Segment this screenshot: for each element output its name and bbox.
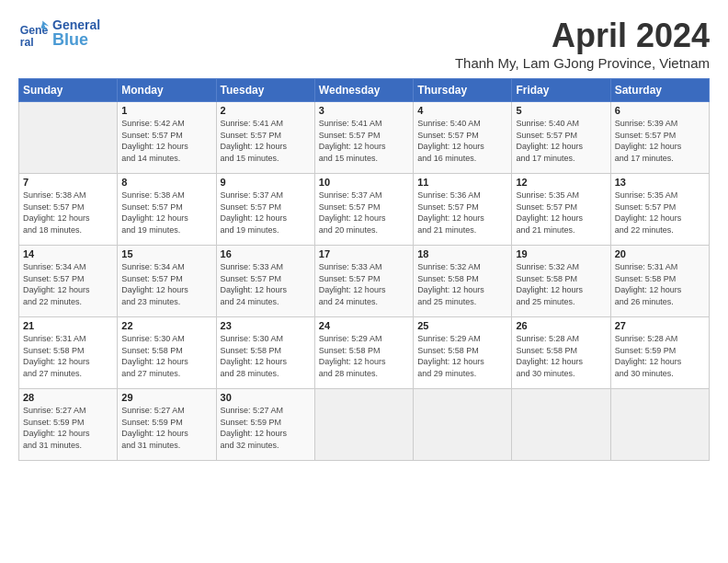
calendar-cell xyxy=(610,389,709,461)
calendar-cell: 21Sunrise: 5:31 AM Sunset: 5:58 PM Dayli… xyxy=(19,317,118,389)
day-number: 19 xyxy=(516,248,606,259)
day-number: 27 xyxy=(615,320,705,331)
calendar-cell: 30Sunrise: 5:27 AM Sunset: 5:59 PM Dayli… xyxy=(216,389,314,461)
calendar-cell: 14Sunrise: 5:34 AM Sunset: 5:57 PM Dayli… xyxy=(19,246,118,317)
day-number: 24 xyxy=(319,320,409,331)
logo-general-text: General xyxy=(52,18,100,31)
calendar-cell xyxy=(414,389,512,461)
calendar-cell xyxy=(314,389,413,461)
calendar-cell: 10Sunrise: 5:37 AM Sunset: 5:57 PM Dayli… xyxy=(314,174,413,246)
calendar-cell: 27Sunrise: 5:28 AM Sunset: 5:59 PM Dayli… xyxy=(610,317,709,389)
calendar-cell xyxy=(19,102,118,174)
calendar-week-2: 7Sunrise: 5:38 AM Sunset: 5:57 PM Daylig… xyxy=(19,174,710,246)
day-number: 30 xyxy=(221,392,311,403)
calendar-cell xyxy=(512,389,610,461)
day-info: Sunrise: 5:35 AM Sunset: 5:57 PM Dayligh… xyxy=(516,190,606,236)
calendar-cell: 13Sunrise: 5:35 AM Sunset: 5:57 PM Dayli… xyxy=(610,174,709,246)
calendar-cell: 3Sunrise: 5:41 AM Sunset: 5:57 PM Daylig… xyxy=(314,102,413,174)
calendar-cell: 18Sunrise: 5:32 AM Sunset: 5:58 PM Dayli… xyxy=(414,246,512,317)
day-number: 21 xyxy=(23,320,113,331)
calendar-week-1: 1Sunrise: 5:42 AM Sunset: 5:57 PM Daylig… xyxy=(19,102,710,174)
calendar-header: Sunday Monday Tuesday Wednesday Thursday… xyxy=(19,79,710,102)
calendar-cell: 1Sunrise: 5:42 AM Sunset: 5:57 PM Daylig… xyxy=(118,102,216,174)
day-number: 9 xyxy=(221,177,311,188)
day-number: 26 xyxy=(516,320,606,331)
day-number: 18 xyxy=(417,248,507,259)
day-number: 12 xyxy=(516,177,606,188)
day-info: Sunrise: 5:29 AM Sunset: 5:58 PM Dayligh… xyxy=(319,333,409,379)
calendar-table: Sunday Monday Tuesday Wednesday Thursday… xyxy=(18,78,710,461)
day-number: 4 xyxy=(417,105,507,116)
day-info: Sunrise: 5:41 AM Sunset: 5:57 PM Dayligh… xyxy=(319,118,409,164)
day-info: Sunrise: 5:34 AM Sunset: 5:57 PM Dayligh… xyxy=(121,261,211,307)
calendar-cell: 29Sunrise: 5:27 AM Sunset: 5:59 PM Dayli… xyxy=(118,389,216,461)
day-info: Sunrise: 5:32 AM Sunset: 5:58 PM Dayligh… xyxy=(417,261,507,307)
day-info: Sunrise: 5:27 AM Sunset: 5:59 PM Dayligh… xyxy=(221,405,311,451)
calendar-week-3: 14Sunrise: 5:34 AM Sunset: 5:57 PM Dayli… xyxy=(19,246,710,317)
header: Gene ral General Blue April 2024 Thanh M… xyxy=(18,17,710,71)
day-info: Sunrise: 5:40 AM Sunset: 5:57 PM Dayligh… xyxy=(516,118,606,164)
day-info: Sunrise: 5:33 AM Sunset: 5:57 PM Dayligh… xyxy=(319,261,409,307)
day-number: 3 xyxy=(319,105,409,116)
logo-text: General Blue xyxy=(52,18,100,48)
day-info: Sunrise: 5:42 AM Sunset: 5:57 PM Dayligh… xyxy=(121,118,211,164)
day-number: 5 xyxy=(516,105,606,116)
day-info: Sunrise: 5:31 AM Sunset: 5:58 PM Dayligh… xyxy=(23,333,113,379)
day-number: 8 xyxy=(121,177,211,188)
day-number: 2 xyxy=(221,105,311,116)
calendar-cell: 19Sunrise: 5:32 AM Sunset: 5:58 PM Dayli… xyxy=(512,246,610,317)
calendar-body: 1Sunrise: 5:42 AM Sunset: 5:57 PM Daylig… xyxy=(19,102,710,461)
day-number: 13 xyxy=(615,177,705,188)
day-info: Sunrise: 5:29 AM Sunset: 5:58 PM Dayligh… xyxy=(417,333,507,379)
header-wednesday: Wednesday xyxy=(314,79,413,102)
day-info: Sunrise: 5:27 AM Sunset: 5:59 PM Dayligh… xyxy=(121,405,211,451)
page: Gene ral General Blue April 2024 Thanh M… xyxy=(0,0,728,470)
calendar-cell: 22Sunrise: 5:30 AM Sunset: 5:58 PM Dayli… xyxy=(118,317,216,389)
calendar-cell: 23Sunrise: 5:30 AM Sunset: 5:58 PM Dayli… xyxy=(216,317,314,389)
logo-blue-text: Blue xyxy=(52,31,100,48)
day-number: 22 xyxy=(121,320,211,331)
day-number: 7 xyxy=(23,177,113,188)
calendar-cell: 7Sunrise: 5:38 AM Sunset: 5:57 PM Daylig… xyxy=(19,174,118,246)
day-info: Sunrise: 5:39 AM Sunset: 5:57 PM Dayligh… xyxy=(615,118,705,164)
calendar-week-4: 21Sunrise: 5:31 AM Sunset: 5:58 PM Dayli… xyxy=(19,317,710,389)
header-friday: Friday xyxy=(512,79,610,102)
day-number: 6 xyxy=(615,105,705,116)
day-number: 25 xyxy=(417,320,507,331)
day-number: 1 xyxy=(121,105,211,116)
day-info: Sunrise: 5:32 AM Sunset: 5:58 PM Dayligh… xyxy=(516,261,606,307)
calendar-cell: 8Sunrise: 5:38 AM Sunset: 5:57 PM Daylig… xyxy=(118,174,216,246)
calendar-week-5: 28Sunrise: 5:27 AM Sunset: 5:59 PM Dayli… xyxy=(19,389,710,461)
svg-text:ral: ral xyxy=(20,36,34,49)
calendar-cell: 16Sunrise: 5:33 AM Sunset: 5:57 PM Dayli… xyxy=(216,246,314,317)
day-number: 23 xyxy=(221,320,311,331)
day-info: Sunrise: 5:30 AM Sunset: 5:58 PM Dayligh… xyxy=(121,333,211,379)
calendar-cell: 25Sunrise: 5:29 AM Sunset: 5:58 PM Dayli… xyxy=(414,317,512,389)
day-info: Sunrise: 5:37 AM Sunset: 5:57 PM Dayligh… xyxy=(319,190,409,236)
header-saturday: Saturday xyxy=(610,79,709,102)
title-area: April 2024 Thanh My, Lam GJong Province,… xyxy=(455,17,710,71)
day-info: Sunrise: 5:28 AM Sunset: 5:59 PM Dayligh… xyxy=(615,333,705,379)
calendar-cell: 6Sunrise: 5:39 AM Sunset: 5:57 PM Daylig… xyxy=(610,102,709,174)
calendar-cell: 12Sunrise: 5:35 AM Sunset: 5:57 PM Dayli… xyxy=(512,174,610,246)
day-info: Sunrise: 5:27 AM Sunset: 5:59 PM Dayligh… xyxy=(23,405,113,451)
day-number: 10 xyxy=(319,177,409,188)
day-number: 16 xyxy=(221,248,311,259)
day-number: 14 xyxy=(23,248,113,259)
calendar-cell: 4Sunrise: 5:40 AM Sunset: 5:57 PM Daylig… xyxy=(414,102,512,174)
header-sunday: Sunday xyxy=(19,79,118,102)
calendar-cell: 15Sunrise: 5:34 AM Sunset: 5:57 PM Dayli… xyxy=(118,246,216,317)
day-number: 11 xyxy=(417,177,507,188)
calendar-cell: 26Sunrise: 5:28 AM Sunset: 5:58 PM Dayli… xyxy=(512,317,610,389)
calendar-cell: 9Sunrise: 5:37 AM Sunset: 5:57 PM Daylig… xyxy=(216,174,314,246)
logo: Gene ral General Blue xyxy=(18,17,100,49)
day-number: 15 xyxy=(121,248,211,259)
header-monday: Monday xyxy=(118,79,216,102)
day-info: Sunrise: 5:40 AM Sunset: 5:57 PM Dayligh… xyxy=(417,118,507,164)
calendar-cell: 24Sunrise: 5:29 AM Sunset: 5:58 PM Dayli… xyxy=(314,317,413,389)
day-number: 17 xyxy=(319,248,409,259)
day-info: Sunrise: 5:30 AM Sunset: 5:58 PM Dayligh… xyxy=(221,333,311,379)
calendar-cell: 28Sunrise: 5:27 AM Sunset: 5:59 PM Dayli… xyxy=(19,389,118,461)
day-number: 29 xyxy=(121,392,211,403)
day-info: Sunrise: 5:34 AM Sunset: 5:57 PM Dayligh… xyxy=(23,261,113,307)
